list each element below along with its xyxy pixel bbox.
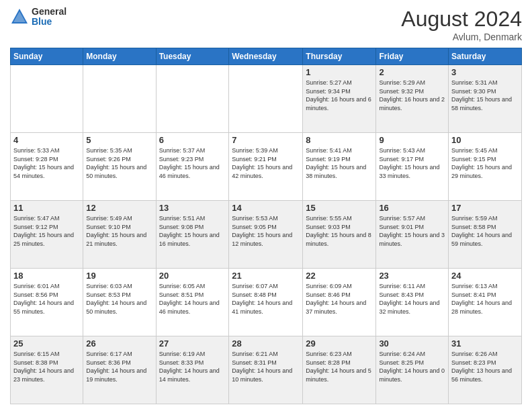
day-info: Sunrise: 6:26 AM Sunset: 8:23 PM Dayligh… — [451, 350, 519, 383]
day-number: 1 — [306, 67, 373, 77]
logo-blue-text: Blue — [32, 17, 66, 27]
day-info: Sunrise: 5:35 AM Sunset: 9:26 PM Dayligh… — [86, 146, 152, 180]
day-cell-4-6: 31Sunrise: 6:26 AM Sunset: 8:23 PM Dayli… — [449, 336, 522, 404]
day-number: 25 — [13, 338, 80, 349]
day-cell-4-2: 27Sunrise: 6:19 AM Sunset: 8:33 PM Dayli… — [156, 336, 229, 404]
day-number: 22 — [306, 271, 373, 281]
day-cell-1-4: 8Sunrise: 5:41 AM Sunset: 9:19 PM Daylig… — [303, 133, 376, 201]
day-cell-2-3: 14Sunrise: 5:53 AM Sunset: 9:05 PM Dayli… — [229, 201, 303, 269]
location: Avlum, Denmark — [401, 32, 522, 42]
day-info: Sunrise: 5:49 AM Sunset: 9:10 PM Dayligh… — [86, 214, 152, 248]
day-number: 26 — [86, 338, 152, 349]
day-cell-3-5: 23Sunrise: 6:11 AM Sunset: 8:43 PM Dayli… — [376, 269, 449, 336]
day-number: 19 — [86, 271, 152, 281]
day-cell-0-5: 2Sunrise: 5:29 AM Sunset: 9:32 PM Daylig… — [376, 65, 449, 133]
day-cell-0-1 — [83, 65, 156, 133]
day-info: Sunrise: 6:05 AM Sunset: 8:51 PM Dayligh… — [159, 282, 226, 316]
day-info: Sunrise: 5:47 AM Sunset: 9:12 PM Dayligh… — [13, 214, 80, 248]
day-info: Sunrise: 5:59 AM Sunset: 8:58 PM Dayligh… — [451, 214, 519, 248]
title-block: August 2024 Avlum, Denmark — [401, 7, 522, 42]
day-cell-1-3: 7Sunrise: 5:39 AM Sunset: 9:21 PM Daylig… — [229, 133, 303, 201]
week-row-1: 4Sunrise: 5:33 AM Sunset: 9:28 PM Daylig… — [11, 133, 522, 201]
calendar-header: Sunday Monday Tuesday Wednesday Thursday… — [11, 48, 522, 65]
day-cell-4-3: 28Sunrise: 6:21 AM Sunset: 8:31 PM Dayli… — [229, 336, 303, 404]
logo-text: General Blue — [32, 7, 66, 28]
day-cell-1-5: 9Sunrise: 5:43 AM Sunset: 9:17 PM Daylig… — [376, 133, 449, 201]
day-number: 27 — [159, 338, 226, 349]
day-cell-1-1: 5Sunrise: 5:35 AM Sunset: 9:26 PM Daylig… — [83, 133, 156, 201]
day-number: 2 — [379, 67, 445, 77]
calendar: Sunday Monday Tuesday Wednesday Thursday… — [10, 48, 522, 404]
day-info: Sunrise: 6:24 AM Sunset: 8:25 PM Dayligh… — [379, 350, 445, 383]
day-info: Sunrise: 6:01 AM Sunset: 8:56 PM Dayligh… — [13, 282, 80, 316]
col-saturday: Saturday — [449, 48, 522, 65]
logo-general-text: General — [32, 7, 66, 17]
day-number: 8 — [306, 135, 373, 145]
day-number: 31 — [451, 338, 519, 349]
week-row-3: 18Sunrise: 6:01 AM Sunset: 8:56 PM Dayli… — [11, 269, 522, 336]
day-info: Sunrise: 6:07 AM Sunset: 8:48 PM Dayligh… — [232, 282, 300, 316]
day-info: Sunrise: 5:51 AM Sunset: 9:08 PM Dayligh… — [159, 214, 226, 248]
day-cell-2-1: 12Sunrise: 5:49 AM Sunset: 9:10 PM Dayli… — [83, 201, 156, 269]
day-cell-4-1: 26Sunrise: 6:17 AM Sunset: 8:36 PM Dayli… — [83, 336, 156, 404]
day-number: 29 — [306, 338, 373, 349]
week-row-0: 1Sunrise: 5:27 AM Sunset: 9:34 PM Daylig… — [11, 65, 522, 133]
day-cell-4-5: 30Sunrise: 6:24 AM Sunset: 8:25 PM Dayli… — [376, 336, 449, 404]
day-number: 6 — [159, 135, 226, 145]
calendar-table: Sunday Monday Tuesday Wednesday Thursday… — [10, 48, 522, 404]
day-cell-2-0: 11Sunrise: 5:47 AM Sunset: 9:12 PM Dayli… — [11, 201, 83, 269]
week-row-2: 11Sunrise: 5:47 AM Sunset: 9:12 PM Dayli… — [11, 201, 522, 269]
col-sunday: Sunday — [11, 48, 83, 65]
day-info: Sunrise: 6:21 AM Sunset: 8:31 PM Dayligh… — [232, 350, 300, 383]
logo: General Blue — [10, 7, 66, 28]
page: General Blue August 2024 Avlum, Denmark … — [0, 0, 532, 411]
col-tuesday: Tuesday — [156, 48, 229, 65]
day-cell-2-2: 13Sunrise: 5:51 AM Sunset: 9:08 PM Dayli… — [156, 201, 229, 269]
day-info: Sunrise: 5:55 AM Sunset: 9:03 PM Dayligh… — [306, 214, 373, 248]
day-cell-0-6: 3Sunrise: 5:31 AM Sunset: 9:30 PM Daylig… — [449, 65, 522, 133]
day-cell-0-3 — [229, 65, 303, 133]
day-info: Sunrise: 5:41 AM Sunset: 9:19 PM Dayligh… — [306, 146, 373, 180]
day-cell-2-4: 15Sunrise: 5:55 AM Sunset: 9:03 PM Dayli… — [303, 201, 376, 269]
day-cell-1-2: 6Sunrise: 5:37 AM Sunset: 9:23 PM Daylig… — [156, 133, 229, 201]
day-number: 10 — [451, 135, 519, 145]
week-row-4: 25Sunrise: 6:15 AM Sunset: 8:38 PM Dayli… — [11, 336, 522, 404]
logo-icon — [10, 7, 29, 26]
day-info: Sunrise: 6:17 AM Sunset: 8:36 PM Dayligh… — [86, 350, 152, 383]
day-number: 9 — [379, 135, 445, 145]
day-info: Sunrise: 6:13 AM Sunset: 8:41 PM Dayligh… — [451, 282, 519, 316]
day-cell-2-6: 17Sunrise: 5:59 AM Sunset: 8:58 PM Dayli… — [449, 201, 522, 269]
day-number: 12 — [86, 203, 152, 213]
day-cell-2-5: 16Sunrise: 5:57 AM Sunset: 9:01 PM Dayli… — [376, 201, 449, 269]
day-number: 30 — [379, 338, 445, 349]
day-info: Sunrise: 5:39 AM Sunset: 9:21 PM Dayligh… — [232, 146, 300, 180]
day-info: Sunrise: 5:45 AM Sunset: 9:15 PM Dayligh… — [451, 146, 519, 180]
day-cell-4-4: 29Sunrise: 6:23 AM Sunset: 8:28 PM Dayli… — [303, 336, 376, 404]
day-cell-3-1: 19Sunrise: 6:03 AM Sunset: 8:53 PM Dayli… — [83, 269, 156, 336]
day-info: Sunrise: 5:29 AM Sunset: 9:32 PM Dayligh… — [379, 79, 445, 112]
day-info: Sunrise: 5:27 AM Sunset: 9:34 PM Dayligh… — [306, 79, 373, 112]
day-number: 11 — [13, 203, 80, 213]
day-cell-1-0: 4Sunrise: 5:33 AM Sunset: 9:28 PM Daylig… — [11, 133, 83, 201]
day-number: 21 — [232, 271, 300, 281]
day-cell-1-6: 10Sunrise: 5:45 AM Sunset: 9:15 PM Dayli… — [449, 133, 522, 201]
day-number: 17 — [451, 203, 519, 213]
day-cell-3-2: 20Sunrise: 6:05 AM Sunset: 8:51 PM Dayli… — [156, 269, 229, 336]
day-cell-0-0 — [11, 65, 83, 133]
day-number: 4 — [13, 135, 80, 145]
col-monday: Monday — [83, 48, 156, 65]
day-info: Sunrise: 5:33 AM Sunset: 9:28 PM Dayligh… — [13, 146, 80, 180]
day-number: 18 — [13, 271, 80, 281]
day-info: Sunrise: 5:53 AM Sunset: 9:05 PM Dayligh… — [232, 214, 300, 248]
day-info: Sunrise: 5:31 AM Sunset: 9:30 PM Dayligh… — [451, 79, 519, 112]
day-info: Sunrise: 6:23 AM Sunset: 8:28 PM Dayligh… — [306, 350, 373, 383]
month-title: August 2024 — [401, 7, 522, 32]
day-number: 13 — [159, 203, 226, 213]
day-cell-4-0: 25Sunrise: 6:15 AM Sunset: 8:38 PM Dayli… — [11, 336, 83, 404]
header-row: Sunday Monday Tuesday Wednesday Thursday… — [11, 48, 522, 65]
day-cell-0-4: 1Sunrise: 5:27 AM Sunset: 9:34 PM Daylig… — [303, 65, 376, 133]
day-number: 15 — [306, 203, 373, 213]
day-number: 7 — [232, 135, 300, 145]
day-number: 5 — [86, 135, 152, 145]
day-info: Sunrise: 6:03 AM Sunset: 8:53 PM Dayligh… — [86, 282, 152, 316]
